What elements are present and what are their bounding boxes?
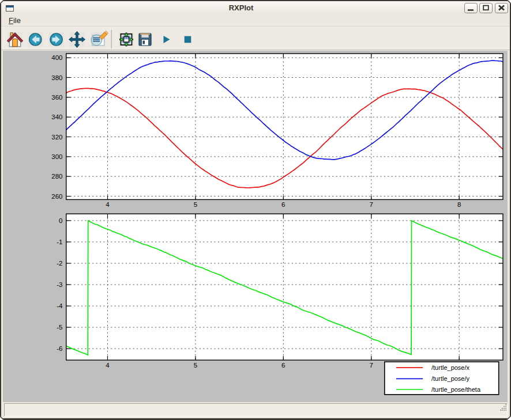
svg-text:400: 400: [51, 54, 62, 61]
svg-text:-6: -6: [57, 345, 62, 352]
svg-text:360: 360: [51, 94, 62, 101]
svg-text:6: 6: [281, 362, 285, 369]
svg-text:-4: -4: [57, 302, 63, 309]
svg-text:380: 380: [51, 74, 62, 81]
svg-text:5: 5: [194, 201, 197, 208]
svg-text:-5: -5: [57, 324, 62, 331]
svg-text:/turtle_pose/y: /turtle_pose/y: [431, 375, 470, 382]
svg-text:-3: -3: [57, 281, 62, 288]
svg-text:7: 7: [370, 201, 373, 208]
svg-text:8: 8: [457, 201, 461, 208]
svg-text:7: 7: [370, 362, 373, 369]
svg-text:-1: -1: [57, 239, 62, 245]
svg-text:300: 300: [51, 153, 62, 160]
svg-text:/turtle_pose/theta: /turtle_pose/theta: [431, 386, 481, 393]
svg-text:5: 5: [194, 362, 197, 369]
svg-text:260: 260: [51, 193, 62, 200]
svg-text:4: 4: [106, 362, 110, 369]
svg-text:/turtle_pose/x: /turtle_pose/x: [431, 364, 470, 371]
svg-text:6: 6: [281, 201, 285, 208]
svg-text:0: 0: [59, 217, 62, 224]
svg-text:4: 4: [106, 201, 110, 208]
svg-text:320: 320: [51, 134, 62, 141]
svg-text:340: 340: [51, 113, 62, 120]
svg-text:280: 280: [51, 173, 62, 180]
svg-text:-2: -2: [57, 260, 62, 267]
